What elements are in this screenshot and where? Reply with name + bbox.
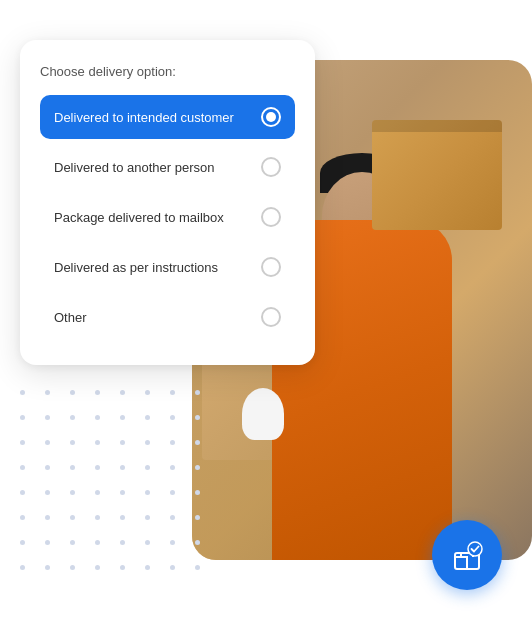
option-package-mailbox[interactable]: Package delivered to mailbox bbox=[40, 195, 295, 239]
option-label-1: Delivered to intended customer bbox=[54, 110, 234, 125]
glove-hand bbox=[242, 388, 284, 440]
dot-grid-decoration bbox=[10, 380, 210, 580]
radio-btn-1 bbox=[261, 107, 281, 127]
delivery-options-card: Choose delivery option: Delivered to int… bbox=[20, 40, 315, 365]
option-delivered-another-person[interactable]: Delivered to another person bbox=[40, 145, 295, 189]
option-label-4: Delivered as per instructions bbox=[54, 260, 218, 275]
option-other[interactable]: Other bbox=[40, 295, 295, 339]
option-label-2: Delivered to another person bbox=[54, 160, 214, 175]
option-delivered-to-customer[interactable]: Delivered to intended customer bbox=[40, 95, 295, 139]
radio-btn-5 bbox=[261, 307, 281, 327]
svg-point-1 bbox=[468, 542, 482, 556]
radio-btn-2 bbox=[261, 157, 281, 177]
radio-btn-3 bbox=[261, 207, 281, 227]
option-label-5: Other bbox=[54, 310, 87, 325]
radio-btn-4 bbox=[261, 257, 281, 277]
main-scene: Choose delivery option: Delivered to int… bbox=[0, 0, 532, 640]
option-label-3: Package delivered to mailbox bbox=[54, 210, 224, 225]
card-title: Choose delivery option: bbox=[40, 64, 295, 79]
delivery-confirmed-badge[interactable] bbox=[432, 520, 502, 590]
option-delivered-per-instructions[interactable]: Delivered as per instructions bbox=[40, 245, 295, 289]
shoulder-box bbox=[372, 120, 502, 230]
delivery-badge-icon bbox=[447, 535, 487, 575]
